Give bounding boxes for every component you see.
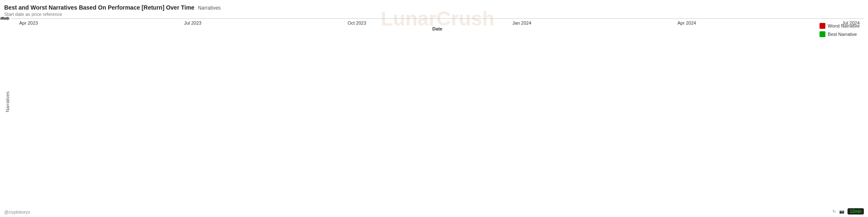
svg-text:China: China: [164, 122, 171, 125]
svg-text:Options: Options: [210, 135, 220, 138]
svg-text:ENS Registrations: ENS Registrations: [741, 89, 765, 92]
footer-right: ↻ 📷 12min: [832, 208, 864, 214]
time-badge: 12min: [848, 208, 864, 214]
svg-text:Privacy: Privacy: [176, 97, 186, 101]
svg-text:Real Yield: Real Yield: [308, 47, 321, 50]
svg-text:GameFi: GameFi: [826, 164, 837, 167]
svg-text:MEME 2.0: MEME 2.0: [291, 122, 305, 125]
svg-text:NFT: NFT: [738, 101, 744, 104]
svg-text:Privacy: Privacy: [534, 122, 543, 126]
svg-text:Perp: Perp: [15, 38, 23, 42]
svg-text:ENS Registrations: ENS Registrations: [722, 139, 746, 142]
svg-text:GameFi: GameFi: [665, 30, 676, 33]
camera-icon[interactable]: 📷: [839, 209, 844, 214]
svg-text:MEME 2.0: MEME 2.0: [444, 93, 458, 96]
svg-text:Perp: Perp: [444, 37, 450, 40]
svg-text:GameFi: GameFi: [768, 30, 778, 33]
svg-text:ENS Registrations: ENS Registrations: [419, 168, 443, 172]
svg-text:LSD L2: LSD L2: [268, 56, 278, 58]
svg-text:China: China: [695, 114, 702, 117]
svg-text:GameFi: GameFi: [155, 89, 166, 92]
svg-text:Privacy: Privacy: [149, 76, 159, 80]
svg-text:Wallet: Wallet: [479, 68, 487, 71]
svg-text:Interoperabilit..: Interoperabilit..: [162, 56, 181, 59]
svg-text:MEME 1.0: MEME 1.0: [412, 47, 426, 50]
svg-text:ENS Registrations: ENS Registrations: [803, 131, 827, 134]
svg-text:Options: Options: [406, 143, 417, 146]
svg-text:Options: Options: [517, 168, 527, 172]
svg-text:Wallet: Wallet: [728, 131, 736, 134]
refresh-icon[interactable]: ↻: [832, 209, 836, 214]
svg-text:Telegram Bots: Telegram Bots: [308, 151, 327, 155]
svg-text:Stablecoin Issuer: Stablecoin Issuer: [15, 147, 38, 150]
svg-text:GameFi: GameFi: [705, 151, 715, 154]
svg-text:Domains: Domains: [191, 66, 203, 69]
chart-area: Narratives LunarCrush Perp Frie..Tech Ga…: [4, 18, 864, 185]
svg-text:GameFi: GameFi: [791, 39, 801, 42]
svg-text:GameFi: GameFi: [626, 131, 636, 134]
svg-text:GambleFi: GambleFi: [565, 30, 578, 33]
svg-text:GambleFi: GambleFi: [467, 35, 480, 38]
svg-text:LSD L2: LSD L2: [404, 68, 414, 71]
svg-text:ENS Registrations: ENS Registrations: [513, 76, 537, 80]
svg-text:NFT: NFT: [465, 89, 471, 92]
x-tick-jul2024: Jul 2024: [842, 20, 860, 25]
svg-text:Stablecoin Issuer: Stablecoin Issuer: [254, 147, 276, 150]
svg-text:RWA: RWA: [66, 106, 72, 108]
x-tick-oct2023: Oct 2023: [348, 20, 367, 25]
svg-text:AI: AI: [354, 39, 357, 42]
x-axis-labels: Apr 2023 Jul 2023 Oct 2023 Jan 2024 Apr …: [11, 20, 864, 25]
svg-text:Dex Aggregators: Dex Aggregators: [283, 93, 305, 96]
svg-text:Wallet Wallet: Wallet Wallet: [680, 68, 697, 71]
svg-text:Options: Options: [753, 56, 764, 59]
svg-text:Domains: Domains: [239, 61, 251, 64]
svg-text:GameFi: GameFi: [56, 30, 67, 33]
svg-text:RWA: RWA: [565, 101, 572, 104]
svg-text:Bitcoin ETF: Bitcoin ETF: [477, 56, 492, 58]
svg-text:LSD L2: LSD L2: [697, 81, 706, 83]
svg-text:Real Yield: Real Yield: [676, 35, 689, 38]
svg-text:DEX: DEX: [318, 39, 325, 42]
svg-text:Dex Aggregators: Dex Aggregators: [805, 68, 827, 71]
x-tick-apr2024: Apr 2024: [677, 20, 696, 25]
svg-text:LSD L2 LSD L2: LSD L2 LSD L2: [362, 43, 383, 46]
chart-title: Best and Worst Narratives Based On Perfo…: [4, 4, 194, 11]
svg-text:China: China: [379, 72, 387, 75]
svg-text:Wallet: Wallet: [580, 64, 588, 67]
svg-text:Options: Options: [655, 51, 665, 55]
svg-text:China: China: [68, 56, 75, 58]
svg-text:LSD L2: LSD L2: [387, 97, 397, 100]
svg-text:GambleFi: GambleFi: [128, 26, 141, 29]
svg-text:Options: Options: [718, 168, 728, 172]
svg-text:NFT: NFT: [89, 61, 94, 63]
svg-text:GambleFi: GambleFi: [492, 114, 505, 117]
svg-text:GambleFi: GambleFi: [118, 43, 131, 46]
svg-text:GamFi: GamFi: [53, 47, 62, 50]
svg-text:Wallet: Wallet: [70, 112, 78, 115]
svg-text:China: China: [529, 131, 537, 134]
svg-text:DEX: DEX: [190, 71, 196, 73]
svg-text:MEME 2.0: MEME 2.0: [454, 56, 468, 58]
svg-text:GameFi: GameFi: [502, 151, 513, 154]
chart-container: Best and Worst Narratives Based On Perfo…: [0, 0, 868, 217]
svg-text:GambleFi: GambleFi: [427, 135, 440, 138]
svg-text:Privacy: Privacy: [755, 68, 765, 71]
chart-badge: Narratives: [198, 5, 221, 11]
chart-plot: LunarCrush Perp Frie..Tech GambleFi Opti…: [11, 18, 864, 19]
svg-text:Options: Options: [394, 110, 404, 113]
footer-handle: @cryptokoryo: [4, 210, 30, 214]
svg-text:Layer 1: Layer 1: [354, 64, 364, 67]
svg-text:China: China: [321, 168, 328, 171]
svg-text:DeFi: DeFi: [341, 97, 348, 100]
svg-text:ENS Registrations: ENS Registrations: [281, 89, 305, 92]
y-axis-label: Narratives: [4, 18, 11, 185]
svg-text:LSD L2: LSD L2: [231, 56, 240, 58]
svg-text:GambleFi: GambleFi: [80, 97, 93, 100]
svg-text:GambleFi: GambleFi: [642, 89, 655, 92]
svg-text:Stablecoin Issuer: Stablecoin Issuer: [216, 68, 239, 71]
svg-text:RWA: RWA: [546, 139, 553, 142]
svg-text:Wallet: Wallet: [780, 68, 788, 71]
svg-text:Real Yield: Real Yield: [824, 60, 837, 63]
x-tick-apr2023: Apr 2023: [19, 20, 38, 25]
svg-text:GameFi: GameFi: [538, 89, 548, 92]
